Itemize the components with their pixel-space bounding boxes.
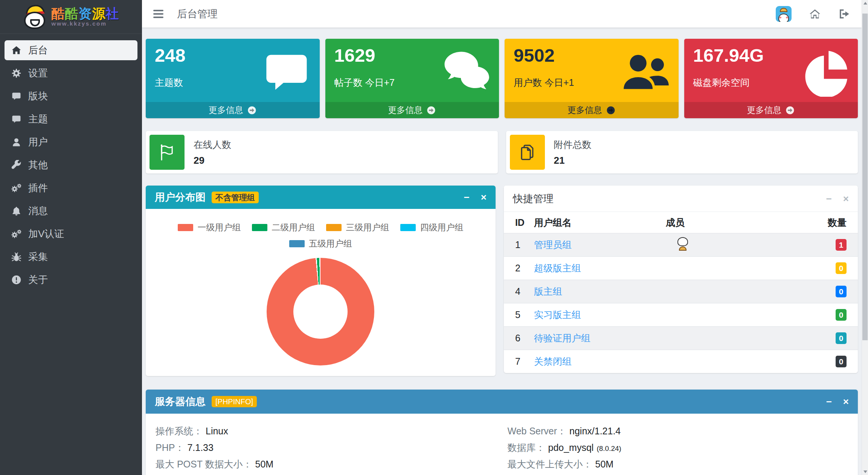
home-icon xyxy=(11,45,21,55)
stat-card-disk: 167.94G 磁盘剩余空间 更多信息 xyxy=(684,39,858,118)
chart-legend-row-1: 一级用户组 二级用户组 三级用户组 四级用户组 xyxy=(153,222,488,233)
chart-pie-icon xyxy=(800,47,850,97)
more-info-link[interactable]: 更多信息 xyxy=(146,102,320,118)
quick-manage-panel: 快捷管理 − × ID 用户组名 成员 数量 1 管理员组 xyxy=(504,186,858,373)
table-row: 6 待验证用户组 0 xyxy=(504,326,858,350)
scroll-up-arrow[interactable] xyxy=(862,0,868,6)
server-info-line: 最大文件上传大小：50M xyxy=(508,458,848,468)
usergroup-link[interactable]: 版主组 xyxy=(534,285,632,298)
bell-icon xyxy=(11,206,21,216)
panels-row: 用户分布图 不含管理组 − × 一级用户组 二级用户组 三级用户组 四级用户组 xyxy=(146,186,858,376)
sidebar-item-dashboard[interactable]: 后台 xyxy=(5,40,137,60)
scrollbar-thumb[interactable] xyxy=(862,14,868,340)
sidebar-menu: 后台 设置 版块 主题 用户 其他 插件 消息 加V认证 采集 关于 xyxy=(0,34,142,299)
comment-icon xyxy=(11,91,21,101)
close-icon[interactable]: × xyxy=(481,192,487,202)
home-icon[interactable] xyxy=(809,8,821,20)
count-badge: 0 xyxy=(836,332,847,344)
admin-dashboard: 酷酷资源社 www.kkzys.com 后台 设置 版块 主题 用户 其他 插件… xyxy=(0,0,868,475)
copy-icon xyxy=(510,135,545,170)
panel-title: 用户分布图 xyxy=(155,190,206,204)
usergroup-link[interactable]: 管理员组 xyxy=(534,239,632,251)
more-info-link[interactable]: 更多信息 xyxy=(684,102,858,118)
minimize-icon[interactable]: − xyxy=(464,192,470,202)
table-row: 7 关禁闭组 0 xyxy=(504,350,858,373)
arrow-circle-right-icon xyxy=(606,105,616,115)
brand-title: 酷酷资源社 xyxy=(52,7,119,21)
phpinfo-badge[interactable]: [PHPINFO] xyxy=(212,396,257,407)
stat-card-threads: 248 主题数 更多信息 xyxy=(146,39,320,118)
legend-item: 四级用户组 xyxy=(400,222,463,233)
legend-swatch xyxy=(400,224,416,231)
table-row: 2 超级版主组 0 xyxy=(504,256,858,280)
brand-logo[interactable]: 酷酷资源社 www.kkzys.com xyxy=(0,0,142,34)
table-row: 5 实习版主组 0 xyxy=(504,303,858,326)
gears-icon xyxy=(11,183,21,193)
count-badge: 1 xyxy=(836,239,847,251)
server-info-line: 最大 POST 数据大小：50M xyxy=(156,458,496,468)
server-info-left-column: 操作系统：Linux PHP：7.1.33 最大 POST 数据大小：50M xyxy=(156,425,496,475)
stat-cards-row: 248 主题数 更多信息 1629 帖子数 今日+7 更多信息 9502 用户数… xyxy=(146,39,858,118)
sidebar-item-messages[interactable]: 消息 xyxy=(5,201,137,221)
stat-card-users: 9502 用户数 今日+1 更多信息 xyxy=(505,39,679,118)
comment-solid-icon xyxy=(262,47,311,97)
usergroup-link[interactable]: 待验证用户组 xyxy=(534,332,632,344)
user-avatar[interactable] xyxy=(776,6,792,22)
sidebar-item-collect[interactable]: 采集 xyxy=(5,247,137,267)
sidebar-item-forums[interactable]: 版块 xyxy=(5,86,137,106)
sidebar-item-settings[interactable]: 设置 xyxy=(5,63,137,83)
more-info-link[interactable]: 更多信息 xyxy=(505,102,679,118)
minimize-icon[interactable]: − xyxy=(826,194,832,204)
count-badge: 0 xyxy=(836,262,847,274)
arrow-circle-right-icon xyxy=(247,105,257,115)
topbar: 后台管理 xyxy=(142,0,862,27)
info-boxes-row: 在线人数 29 附件总数 21 xyxy=(146,131,858,174)
main-content: 248 主题数 更多信息 1629 帖子数 今日+7 更多信息 9502 用户数… xyxy=(142,27,862,475)
scrollbar xyxy=(862,0,868,475)
wrench-icon xyxy=(11,160,21,170)
legend-item: 三级用户组 xyxy=(326,222,389,233)
comment-icon xyxy=(11,114,21,124)
legend-item: 一级用户组 xyxy=(178,222,241,233)
scroll-down-arrow[interactable] xyxy=(862,469,868,475)
panel-title: 服务器信息 xyxy=(155,395,206,408)
close-icon[interactable]: × xyxy=(843,397,849,406)
usergroup-link[interactable]: 超级版主组 xyxy=(534,262,632,274)
usergroup-link[interactable]: 实习版主组 xyxy=(534,309,632,321)
usergroup-link[interactable]: 关禁闭组 xyxy=(534,355,632,368)
sidebar-item-v-verify[interactable]: 加V认证 xyxy=(5,224,137,244)
gear-icon xyxy=(11,68,21,78)
sidebar-item-about[interactable]: 关于 xyxy=(5,270,137,290)
server-info-line: PHP：7.1.33 xyxy=(156,442,496,451)
sidebar-item-users[interactable]: 用户 xyxy=(5,132,137,152)
minimize-icon[interactable]: − xyxy=(826,397,832,406)
exclamation-circle-icon xyxy=(11,275,21,285)
info-box-value: 29 xyxy=(194,155,231,166)
close-icon[interactable]: × xyxy=(843,194,849,204)
chart-legend-row-2: 五级用户组 xyxy=(153,238,488,250)
panel-title: 快捷管理 xyxy=(513,192,554,206)
server-info-line: Web Server：nginx/1.21.4 xyxy=(508,425,848,435)
sidebar-item-threads[interactable]: 主题 xyxy=(5,109,137,129)
menu-toggle-icon[interactable] xyxy=(153,10,163,18)
user-icon xyxy=(11,137,21,147)
usergroup-table: ID 用户组名 成员 数量 1 管理员组 1 2 超级版主组 xyxy=(504,212,858,373)
legend-item: 五级用户组 xyxy=(289,238,352,250)
logout-icon[interactable] xyxy=(838,8,850,20)
server-info-line: 操作系统：Linux xyxy=(156,425,496,435)
sidebar-item-plugins[interactable]: 插件 xyxy=(5,178,137,198)
sidebar-item-misc[interactable]: 其他 xyxy=(5,155,137,175)
legend-swatch xyxy=(289,240,305,247)
legend-item: 二级用户组 xyxy=(252,222,315,233)
info-box-online: 在线人数 29 xyxy=(146,131,498,174)
server-info-line: 数据库：pdo_mysql(8.0.24) xyxy=(508,442,848,451)
users-icon xyxy=(621,47,670,97)
sidebar: 酷酷资源社 www.kkzys.com 后台 设置 版块 主题 用户 其他 插件… xyxy=(0,0,142,475)
table-row: 1 管理员组 1 xyxy=(504,233,858,256)
server-info-panel: 服务器信息 [PHPINFO] − × 操作系统：Linux PHP：7.1.3… xyxy=(146,390,858,475)
legend-swatch xyxy=(178,224,193,231)
info-box-label: 在线人数 xyxy=(194,139,231,151)
count-badge: 0 xyxy=(836,286,847,297)
more-info-link[interactable]: 更多信息 xyxy=(325,102,499,118)
brand-url: www.kkzys.com xyxy=(52,21,119,27)
